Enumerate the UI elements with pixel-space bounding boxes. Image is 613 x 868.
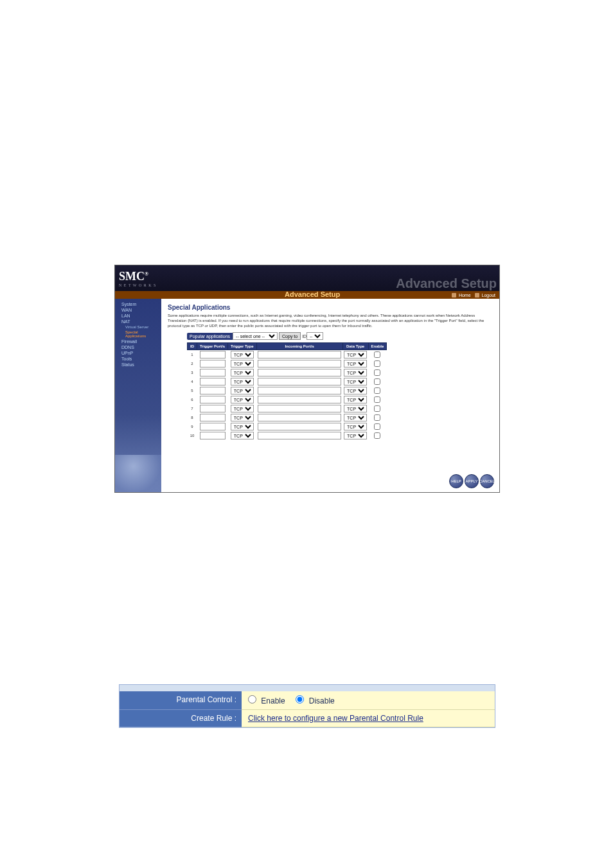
trigger-type-select[interactable]: TCP: [231, 396, 254, 403]
help-button[interactable]: HELP: [449, 474, 463, 488]
sidebar: System WAN LAN NAT Virtual Server Specia…: [115, 299, 161, 492]
sidebar-item-virtual-server[interactable]: Virtual Server: [118, 324, 159, 330]
data-type-select[interactable]: TCP: [344, 351, 367, 359]
sidebar-item-wan[interactable]: WAN: [118, 307, 159, 313]
popular-apps-label: Popular applications: [187, 333, 233, 340]
incoming-ports-input[interactable]: [258, 405, 341, 412]
trigger-type-select[interactable]: TCP: [231, 432, 254, 439]
data-type-select[interactable]: TCP: [344, 369, 367, 376]
sidebar-item-system[interactable]: System: [118, 301, 159, 307]
incoming-ports-input[interactable]: [258, 360, 341, 368]
smc-logo: SMC® N E T W O R K S: [119, 270, 156, 287]
enable-checkbox[interactable]: [374, 432, 380, 439]
trigger-port-input[interactable]: [200, 423, 226, 430]
data-type-select[interactable]: TCP: [344, 405, 367, 412]
incoming-ports-input[interactable]: [258, 396, 341, 403]
title-area: Advanced Setup: [396, 276, 497, 291]
enable-option[interactable]: Enable: [248, 696, 287, 705]
trigger-type-select[interactable]: TCP: [231, 423, 254, 430]
sidebar-item-special-applications[interactable]: Special Applications: [118, 330, 159, 339]
data-type-select[interactable]: TCP: [344, 396, 367, 403]
sidebar-item-upnp[interactable]: UPnP: [118, 350, 159, 356]
trigger-port-input[interactable]: [200, 351, 226, 359]
trigger-type-select[interactable]: TCP: [231, 351, 254, 359]
copy-to-button[interactable]: Copy to: [279, 332, 301, 340]
enable-checkbox[interactable]: [374, 387, 380, 394]
logo-subtext: N E T W O R K S: [119, 283, 156, 287]
incoming-ports-input[interactable]: [258, 378, 341, 385]
row-id: 6: [188, 395, 197, 404]
disable-option[interactable]: Disable: [296, 696, 334, 705]
row-id: 1: [188, 350, 197, 360]
enable-radio[interactable]: [248, 695, 256, 704]
trigger-port-input[interactable]: [200, 405, 226, 412]
popular-apps-select[interactable]: -- select one --: [233, 332, 278, 340]
enable-checkbox[interactable]: [374, 378, 380, 385]
data-type-select[interactable]: TCP: [344, 423, 367, 430]
sidebar-item-tools[interactable]: Tools: [118, 356, 159, 362]
logout-icon[interactable]: [475, 293, 479, 297]
incoming-ports-input[interactable]: [258, 387, 341, 394]
trigger-port-input[interactable]: [200, 432, 226, 439]
sidebar-item-nat[interactable]: NAT: [118, 319, 159, 324]
trigger-port-input[interactable]: [200, 378, 226, 385]
data-type-select[interactable]: TCP: [344, 387, 367, 394]
home-link[interactable]: Home: [459, 293, 471, 297]
create-rule-link[interactable]: Click here to configure a new Parental C…: [248, 714, 423, 723]
incoming-ports-input[interactable]: [258, 369, 341, 376]
trigger-port-input[interactable]: [200, 369, 226, 376]
action-buttons: HELP APPLY CANCEL: [449, 474, 494, 488]
th-data-type: Data Type: [342, 343, 368, 350]
trigger-port-input[interactable]: [200, 414, 226, 421]
data-type-select[interactable]: TCP: [344, 414, 367, 421]
trigger-port-input[interactable]: [200, 387, 226, 394]
enable-checkbox[interactable]: [374, 360, 380, 367]
table-row: 3TCPTCP: [188, 368, 387, 377]
copy-index-select[interactable]: --: [306, 332, 323, 340]
incoming-ports-input[interactable]: [258, 351, 341, 359]
logout-link[interactable]: Logout: [482, 293, 495, 297]
special-apps-table: ID Trigger Port/s Trigger Type Incoming …: [187, 342, 387, 440]
trigger-type-select[interactable]: TCP: [231, 378, 254, 385]
trigger-type-select[interactable]: TCP: [231, 405, 254, 412]
top-strip: Advanced Setup Home Logout: [115, 291, 499, 299]
trigger-port-input[interactable]: [200, 360, 226, 368]
incoming-ports-input[interactable]: [258, 414, 341, 421]
trigger-type-select[interactable]: TCP: [231, 387, 254, 394]
enable-checkbox[interactable]: [374, 423, 380, 430]
trigger-type-select[interactable]: TCP: [231, 414, 254, 421]
enable-checkbox[interactable]: [374, 396, 380, 403]
th-incoming-ports: Incoming Port/s: [256, 343, 342, 350]
trigger-port-input[interactable]: [200, 396, 226, 403]
data-type-select[interactable]: TCP: [344, 378, 367, 385]
copy-id-label: ID: [302, 334, 306, 339]
router-config-window: SMC® N E T W O R K S Advanced Setup Adva…: [114, 265, 500, 493]
data-type-select[interactable]: TCP: [344, 432, 367, 439]
sidebar-item-lan[interactable]: LAN: [118, 313, 159, 319]
sidebar-item-status[interactable]: Status: [118, 362, 159, 368]
enable-checkbox[interactable]: [374, 405, 380, 412]
data-type-select[interactable]: TCP: [344, 360, 367, 368]
enable-checkbox[interactable]: [374, 414, 380, 421]
create-rule-label: Create Rule :: [120, 710, 242, 727]
apply-button[interactable]: APPLY: [465, 474, 479, 488]
incoming-ports-input[interactable]: [258, 423, 341, 430]
router-body: System WAN LAN NAT Virtual Server Specia…: [115, 299, 499, 492]
enable-checkbox[interactable]: [374, 351, 380, 358]
th-trigger-ports: Trigger Port/s: [197, 343, 228, 350]
table-row: 4TCPTCP: [188, 377, 387, 386]
trigger-type-select[interactable]: TCP: [231, 369, 254, 376]
incoming-ports-input[interactable]: [258, 432, 341, 439]
th-trigger-type: Trigger Type: [228, 343, 257, 350]
title-ghost: Advanced Setup: [396, 276, 497, 290]
page-title-small: Advanced Setup: [285, 290, 340, 298]
cancel-button[interactable]: CANCEL: [480, 474, 494, 488]
home-icon[interactable]: [452, 293, 456, 297]
disable-radio[interactable]: [296, 695, 304, 704]
sidebar-decoration: [115, 455, 161, 492]
parental-control-panel: Parental Control : Enable Disable Create…: [119, 684, 495, 728]
trigger-type-select[interactable]: TCP: [231, 360, 254, 368]
sidebar-item-firewall[interactable]: Firewall: [118, 339, 159, 344]
sidebar-item-ddns[interactable]: DDNS: [118, 344, 159, 350]
enable-checkbox[interactable]: [374, 369, 380, 376]
